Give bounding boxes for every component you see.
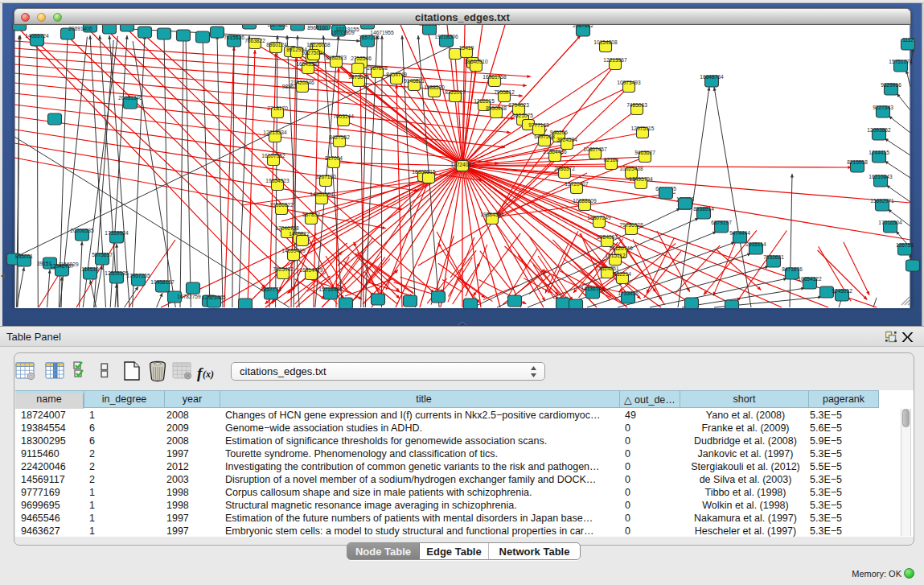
svg-text:18640910: 18640910 (464, 59, 488, 64)
svg-text:17046758: 17046758 (275, 225, 299, 231)
svg-text:16782759: 16782759 (177, 294, 201, 299)
svg-text:13524851: 13524851 (595, 266, 619, 271)
svg-text:98961: 98961 (282, 84, 298, 89)
svg-text:7955812: 7955812 (494, 89, 515, 95)
svg-text:15419: 15419 (459, 45, 474, 51)
svg-text:10973493: 10973493 (617, 80, 641, 85)
svg-text:39151: 39151 (37, 261, 52, 266)
svg-text:16914479: 16914479 (299, 267, 323, 273)
svg-text:1449822: 1449822 (289, 231, 310, 237)
svg-text:9474444: 9474444 (729, 230, 750, 236)
svg-text:13495794: 13495794 (629, 176, 653, 182)
svg-text:1733426: 1733426 (618, 290, 639, 296)
svg-text:17016504: 17016504 (878, 220, 902, 225)
svg-text:16543382: 16543382 (296, 61, 320, 67)
svg-text:(x): (x) (203, 369, 214, 380)
svg-text:9146821: 9146821 (404, 78, 425, 84)
svg-text:1615112: 1615112 (605, 253, 626, 258)
svg-text:10154808: 10154808 (593, 39, 618, 45)
svg-text:9463627: 9463627 (634, 150, 655, 155)
svg-text:7515526: 7515526 (224, 35, 244, 40)
svg-text:8322017: 8322017 (445, 89, 466, 95)
svg-text:8960124: 8960124 (266, 42, 287, 47)
svg-text:114519: 114519 (81, 266, 99, 272)
svg-text:8471676: 8471676 (782, 266, 803, 272)
svg-text:9875645: 9875645 (348, 74, 369, 80)
svg-text:10654122: 10654122 (798, 276, 822, 282)
svg-text:10655267: 10655267 (225, 25, 249, 26)
svg-text:16210643: 16210643 (869, 174, 893, 179)
svg-text:12093852: 12093852 (867, 127, 891, 133)
svg-text:14055724: 14055724 (25, 33, 49, 39)
svg-text:7632621: 7632621 (763, 254, 784, 260)
svg-text:18807249: 18807249 (587, 215, 611, 220)
svg-text:9327503: 9327503 (302, 50, 322, 56)
svg-text:9329966: 9329966 (881, 82, 901, 88)
svg-text:2967608: 2967608 (367, 65, 388, 71)
svg-text:7857224: 7857224 (359, 35, 380, 40)
svg-text:126753: 126753 (896, 242, 914, 248)
svg-text:9245012: 9245012 (832, 288, 852, 294)
svg-text:10958157: 10958157 (150, 279, 175, 285)
svg-text:1112: 1112 (902, 37, 914, 43)
svg-text:10807457: 10807457 (583, 146, 607, 152)
svg-text:2718170: 2718170 (267, 105, 288, 111)
svg-text:62160: 62160 (604, 157, 619, 163)
svg-text:21364436: 21364436 (543, 149, 567, 154)
svg-text:15716485: 15716485 (318, 286, 343, 292)
svg-text:7625402: 7625402 (273, 266, 294, 272)
svg-text:6794023: 6794023 (508, 102, 529, 108)
svg-text:18300215: 18300215 (412, 169, 436, 175)
svg-text:14353594: 14353594 (310, 192, 334, 197)
svg-text:14136141: 14136141 (581, 286, 605, 291)
svg-text:9857771: 9857771 (261, 286, 281, 292)
svg-text:2087682: 2087682 (573, 25, 593, 28)
svg-text:16648784: 16648784 (700, 74, 724, 80)
svg-text:8938914: 8938914 (693, 206, 714, 212)
svg-text:252214: 252214 (614, 271, 631, 277)
svg-text:12975115: 12975115 (631, 126, 655, 131)
svg-text:7663822: 7663822 (244, 38, 265, 43)
svg-text:13226058: 13226058 (306, 42, 331, 47)
svg-text:2935114: 2935114 (745, 241, 766, 247)
svg-text:18724007: 18724007 (450, 162, 474, 167)
svg-text:1621075: 1621075 (512, 113, 533, 118)
svg-text:2986372: 2986372 (554, 166, 575, 171)
svg-text:1588520: 1588520 (424, 84, 445, 90)
svg-text:12923465: 12923465 (202, 295, 226, 300)
svg-text:8215958: 8215958 (847, 159, 868, 165)
svg-text:2752546: 2752546 (351, 56, 372, 61)
svg-text:15692971: 15692971 (870, 198, 894, 204)
svg-text:3024534: 3024534 (556, 137, 577, 142)
svg-text:20691406: 20691406 (68, 26, 92, 31)
svg-text:79756928: 79756928 (619, 222, 643, 228)
svg-text:8454749: 8454749 (386, 72, 407, 77)
svg-text:17359924: 17359924 (105, 230, 129, 236)
svg-text:8186323: 8186323 (326, 55, 347, 60)
svg-text:817004: 817004 (325, 155, 343, 161)
svg-text:9227343: 9227343 (873, 105, 893, 110)
svg-text:16961758: 16961758 (483, 74, 507, 80)
svg-text:8990448: 8990448 (486, 105, 507, 111)
svg-text:20206535: 20206535 (70, 228, 94, 233)
svg-text:1527602: 1527602 (267, 25, 288, 27)
svg-text:16033809: 16033809 (331, 30, 355, 35)
svg-text:19654923: 19654923 (265, 178, 290, 183)
svg-text:8427552: 8427552 (329, 134, 350, 140)
svg-text:5975857: 5975857 (92, 252, 113, 257)
svg-text:6497568: 6497568 (534, 134, 555, 139)
svg-text:16107552: 16107552 (261, 153, 285, 159)
svg-text:19166822: 19166822 (269, 202, 294, 208)
svg-text:19384554: 19384554 (480, 212, 504, 217)
svg-text:20053346: 20053346 (118, 95, 142, 101)
svg-text:10025438: 10025438 (619, 166, 643, 171)
svg-text:7603144: 7603144 (333, 113, 354, 119)
svg-text:587832: 587832 (302, 212, 320, 217)
svg-text:8966160: 8966160 (307, 25, 328, 31)
svg-text:12213967: 12213967 (603, 57, 627, 63)
svg-text:16120746: 16120746 (609, 245, 633, 251)
svg-text:7485063: 7485063 (626, 102, 647, 108)
svg-text:1244415: 1244415 (869, 150, 889, 155)
svg-text:17957255: 17957255 (126, 273, 150, 278)
svg-text:2984067: 2984067 (597, 234, 618, 240)
